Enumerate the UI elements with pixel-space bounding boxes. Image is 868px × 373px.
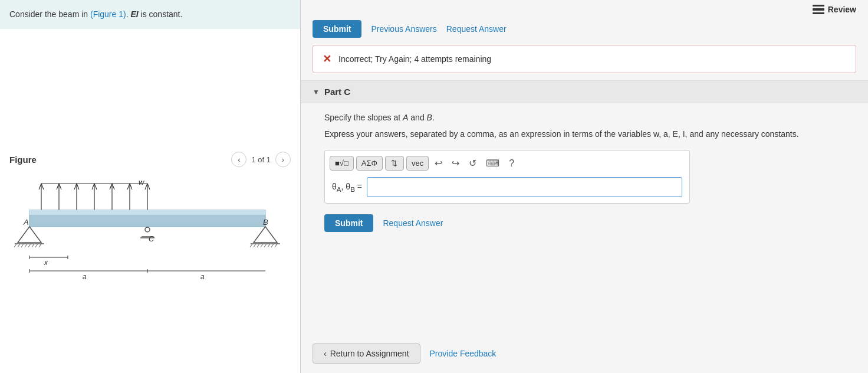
next-figure-button[interactable]: › — [275, 152, 291, 167]
svg-line-30 — [25, 244, 27, 247]
part-c-body: Specify the slopes at A and B. Express y… — [301, 103, 868, 244]
svg-line-8 — [74, 184, 77, 189]
svg-line-47 — [275, 244, 277, 247]
svg-line-45 — [268, 244, 270, 247]
part-c-header: ▼ Part C — [301, 80, 868, 103]
ei-label: EI — [130, 9, 138, 19]
svg-line-33 — [35, 244, 38, 247]
svg-line-40 — [250, 244, 252, 247]
math-input-row: θA, θB = — [330, 176, 685, 198]
svg-line-34 — [39, 244, 41, 247]
svg-text:C: C — [149, 234, 154, 243]
review-label: Review — [828, 5, 856, 14]
svg-rect-24 — [29, 210, 265, 215]
svg-line-12 — [94, 184, 97, 189]
svg-line-21 — [147, 184, 150, 189]
svg-text:w: w — [139, 178, 145, 186]
previous-answers-link[interactable]: Previous Answers — [371, 24, 436, 34]
problem-statement: Consider the beam in (Figure 1). EI is c… — [0, 0, 300, 29]
part-c-submit-row: Submit Request Answer — [324, 212, 844, 234]
part-c-submit-button[interactable]: Submit — [324, 214, 373, 232]
svg-line-42 — [257, 244, 259, 247]
toolbar-arrows-button[interactable]: ⇅ — [385, 156, 404, 171]
error-x-icon: ✕ — [323, 53, 331, 66]
undo-button[interactable]: ↩ — [431, 155, 446, 171]
svg-point-35 — [145, 227, 150, 232]
part-c-question: Specify the slopes at A and B. — [324, 113, 844, 122]
math-input[interactable] — [367, 177, 682, 197]
svg-text:A: A — [23, 218, 29, 227]
error-message: Incorrect; Try Again; 4 attempts remaini… — [338, 54, 491, 64]
svg-line-27 — [14, 244, 17, 247]
toolbar-sqrt-button[interactable]: ■√□ — [330, 156, 354, 171]
math-box: ■√□ AΣΦ ⇅ vec ↩ ↪ ↺ ⌨ ? θA, θB = — [324, 150, 690, 204]
svg-line-44 — [264, 244, 267, 247]
bottom-row: ‹ Return to Assignment Provide Feedback — [301, 334, 868, 373]
svg-line-28 — [18, 244, 20, 247]
svg-marker-38 — [254, 227, 277, 243]
reset-button[interactable]: ↺ — [465, 155, 480, 171]
svg-line-31 — [28, 244, 31, 247]
part-c-section: ▼ Part C Specify the slopes at A and B. … — [301, 80, 868, 251]
support-a — [14, 227, 44, 247]
review-button[interactable]: Review — [813, 5, 856, 14]
figure-header: Figure ‹ 1 of 1 › — [0, 147, 300, 172]
figure-count: 1 of 1 — [251, 155, 271, 164]
top-bar: Review — [301, 0, 868, 17]
toolbar-symbols-button[interactable]: AΣΦ — [356, 156, 383, 171]
error-box: ✕ Incorrect; Try Again; 4 attempts remai… — [313, 45, 856, 73]
prev-figure-button[interactable]: ‹ — [231, 152, 246, 167]
help-button[interactable]: ? — [505, 156, 518, 171]
svg-text:B: B — [263, 218, 268, 227]
math-toolbar: ■√□ AΣΦ ⇅ vec ↩ ↪ ↺ ⌨ ? — [330, 155, 685, 171]
toolbar-vec-button[interactable]: vec — [406, 156, 429, 171]
svg-line-18 — [130, 184, 132, 189]
svg-text:x: x — [44, 259, 48, 267]
part-b-submit-row: Submit Previous Answers Request Answer — [301, 17, 868, 42]
figure-title: Figure — [9, 155, 224, 165]
right-panel: Review Submit Previous Answers Request A… — [301, 0, 868, 373]
review-icon — [813, 5, 824, 14]
beam-figure: w — [0, 172, 300, 297]
redo-button[interactable]: ↪ — [448, 155, 463, 171]
problem-text-prefix: Consider the beam in — [9, 9, 90, 19]
svg-marker-25 — [18, 227, 41, 243]
svg-line-9 — [77, 184, 79, 189]
return-label: Return to Assignment — [330, 349, 409, 358]
problem-text3: is constant. — [139, 9, 183, 19]
beam-svg: w — [12, 178, 283, 284]
return-chevron-icon: ‹ — [324, 349, 327, 358]
part-c-request-answer-link[interactable]: Request Answer — [383, 218, 443, 228]
left-panel: Consider the beam in (Figure 1). EI is c… — [0, 0, 301, 373]
svg-line-46 — [271, 244, 274, 247]
svg-line-15 — [112, 184, 114, 189]
svg-text:a: a — [200, 273, 205, 281]
svg-line-29 — [21, 244, 24, 247]
provide-feedback-button[interactable]: Provide Feedback — [430, 349, 497, 358]
svg-line-41 — [254, 244, 256, 247]
math-label: θA, θB = — [332, 182, 362, 193]
figure-link[interactable]: (Figure 1) — [90, 9, 126, 19]
return-to-assignment-button[interactable]: ‹ Return to Assignment — [313, 343, 420, 364]
keyboard-button[interactable]: ⌨ — [482, 155, 503, 171]
figure-area: Figure ‹ 1 of 1 › w — [0, 29, 300, 373]
part-c-label: Part C — [324, 87, 350, 97]
svg-text:a: a — [83, 273, 87, 281]
part-c-instructions: Express your answers, separated by a com… — [324, 128, 844, 140]
figure-nav: ‹ 1 of 1 › — [231, 152, 291, 167]
svg-line-43 — [261, 244, 263, 247]
support-b — [250, 227, 280, 247]
part-b-submit-button[interactable]: Submit — [313, 20, 361, 38]
chevron-down-icon: ▼ — [313, 88, 320, 96]
part-b-request-answer-link[interactable]: Request Answer — [446, 24, 507, 34]
svg-line-32 — [32, 244, 34, 247]
